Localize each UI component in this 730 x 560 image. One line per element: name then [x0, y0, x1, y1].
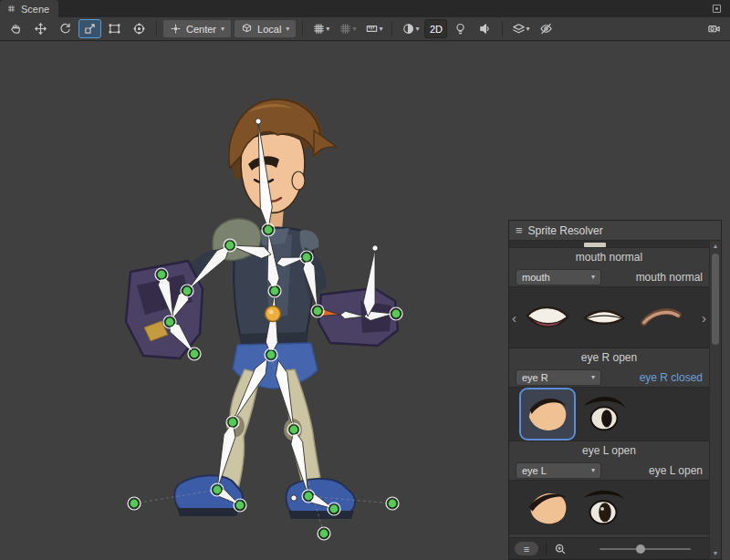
thumb-eye-r-open[interactable] [578, 389, 631, 439]
section-heading-eye-l: eye L open [509, 441, 709, 461]
scroll-down-icon[interactable]: ▼ [713, 548, 719, 559]
orientation-label: Local [257, 24, 281, 35]
zoom-icon[interactable] [554, 543, 567, 555]
thumb-mouth-open[interactable] [521, 293, 574, 342]
control-row-eye-l: eye L ▾ eye L open [509, 461, 709, 480]
partial-sprite [584, 243, 606, 247]
pivot-mode-dropdown[interactable]: Center ▾ [162, 19, 232, 38]
sprite-resolver-title: Sprite Resolver [528, 224, 603, 237]
mode-2d-button[interactable]: 2D [424, 19, 447, 38]
tab-scene-label: Scene [21, 4, 49, 15]
sprite-resolver-body: mouth normal mouth ▾ mouth normal ‹ [509, 241, 721, 537]
thumbnail-strip-eye-r [509, 387, 709, 441]
thumb-mouth-smirk[interactable] [634, 293, 687, 342]
selected-sprite-label-mouth: mouth normal [636, 271, 703, 284]
scroll-up-icon[interactable]: ▲ [713, 241, 719, 252]
control-row-mouth: mouth ▾ mouth normal [509, 267, 709, 286]
panel-bottom-bar: ≡ [509, 537, 709, 559]
grid-snap-dropdown[interactable]: ▾ [308, 19, 333, 38]
partial-thumbnail-strip-top [509, 241, 709, 248]
menu-icon: ≡ [516, 223, 523, 237]
tab-scene[interactable]: Scene [0, 0, 58, 17]
window-options-icon[interactable] [708, 2, 725, 16]
move-tool-button[interactable] [29, 19, 52, 38]
rotate-tool-button[interactable] [54, 19, 77, 38]
pivot-mode-label: Center [186, 24, 216, 35]
thumbnail-size-slider[interactable] [600, 543, 691, 555]
chevron-down-icon: ▾ [326, 26, 329, 33]
scene-toolbar: Center ▾ Local ▾ ▾ ▾ ▾ ▾ 2D [0, 17, 730, 41]
orientation-dropdown[interactable]: Local ▾ [234, 19, 297, 38]
tab-bar: Scene [0, 0, 730, 17]
chevron-down-icon: ▾ [352, 26, 356, 33]
unity-editor-window: Scene Center ▾ [0, 0, 730, 560]
thumbnail-strip-eye-l [509, 480, 709, 534]
snap-increment-dropdown[interactable]: ▾ [361, 19, 386, 38]
thumb-eye-r-closed[interactable] [521, 389, 574, 439]
category-dropdown-mouth-label: mouth [522, 272, 550, 283]
toolbar-divider [156, 21, 157, 36]
chevron-down-icon: ▾ [591, 374, 595, 381]
panel-scrollbar[interactable]: ▲ ▼ [709, 241, 721, 559]
chevron-down-icon: ▾ [415, 26, 419, 33]
rect-tool-button[interactable] [103, 19, 126, 38]
thumbnail-strip-mouth: ‹ › [509, 286, 709, 348]
category-dropdown-eye-l-label: eye L [522, 465, 547, 476]
scene-effects-dropdown[interactable]: ▾ [508, 19, 533, 38]
section-heading-mouth: mouth normal [509, 248, 709, 267]
toolbar-divider [302, 21, 303, 36]
prev-arrow-icon[interactable]: ‹ [512, 311, 516, 325]
audio-toggle-button[interactable] [474, 19, 496, 38]
toolbar-divider [502, 21, 503, 36]
scale-tool-button[interactable] [78, 19, 101, 38]
scrollbar-track[interactable] [710, 252, 721, 548]
bottom-bar-divider [546, 543, 547, 555]
grid-icon [6, 4, 16, 14]
sprite-resolver-panel: ≡ Sprite Resolver mouth normal mouth ▾ m… [508, 220, 722, 560]
scene-viewport[interactable]: ≡ Sprite Resolver mouth normal mouth ▾ m… [0, 42, 730, 560]
chevron-down-icon: ▾ [286, 26, 289, 33]
hand-tool-button[interactable] [5, 19, 27, 38]
control-row-eye-r: eye R ▾ eye R closed [509, 368, 709, 387]
thumb-eye-l-closed[interactable] [521, 482, 574, 532]
chevron-down-icon: ▾ [591, 467, 595, 474]
chevron-down-icon: ▾ [591, 274, 595, 281]
category-dropdown-eye-l[interactable]: eye L ▾ [516, 462, 601, 479]
chevron-down-icon: ▾ [379, 26, 382, 33]
pivot-icon [170, 23, 182, 35]
chevron-down-icon: ▾ [526, 26, 529, 33]
toolbar-divider [391, 21, 392, 36]
list-view-toggle-button[interactable]: ≡ [515, 542, 538, 555]
cube-icon [241, 23, 253, 35]
slider-knob[interactable] [636, 544, 645, 554]
sprite-resolver-header[interactable]: ≡ Sprite Resolver [509, 221, 721, 241]
thumb-mouth-closed[interactable] [578, 293, 631, 342]
scene-lighting-button[interactable] [449, 19, 472, 38]
thumb-eye-l-open[interactable] [578, 482, 631, 532]
transform-tool-button[interactable] [128, 19, 151, 38]
category-dropdown-mouth[interactable]: mouth ▾ [516, 269, 601, 285]
camera-settings-button[interactable] [703, 19, 725, 38]
slider-track[interactable] [600, 548, 691, 550]
draw-mode-dropdown[interactable]: ▾ [398, 19, 422, 38]
chevron-down-icon: ▾ [221, 26, 224, 33]
category-dropdown-eye-r[interactable]: eye R ▾ [516, 369, 601, 386]
grid-visibility-dropdown[interactable]: ▾ [335, 19, 360, 38]
category-dropdown-eye-r-label: eye R [522, 372, 548, 383]
scrollbar-thumb[interactable] [712, 254, 719, 345]
scene-visibility-button[interactable] [535, 19, 558, 38]
selected-sprite-label-eye-l: eye L open [649, 464, 703, 477]
next-arrow-icon[interactable]: › [702, 311, 706, 325]
section-heading-eye-r: eye R open [509, 348, 709, 368]
selected-sprite-label-eye-r[interactable]: eye R closed [640, 371, 703, 384]
